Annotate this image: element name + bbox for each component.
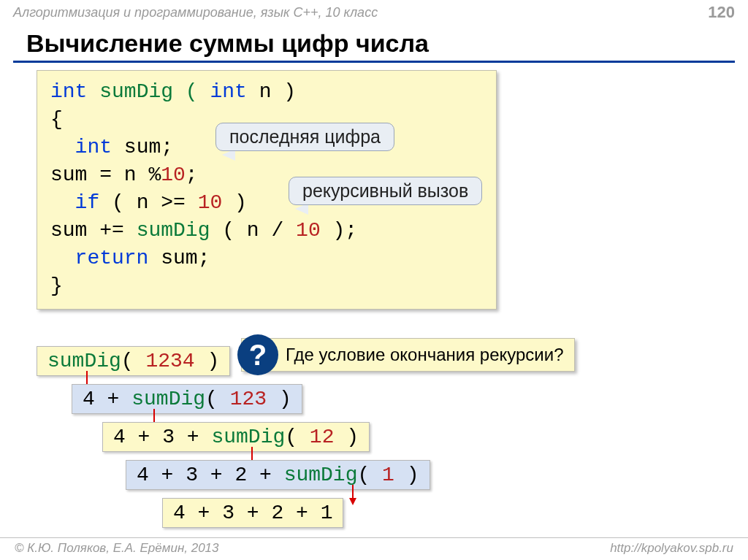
step-2: 4 + sumDig( 123 ) [72,384,302,414]
step-5: 4 + 3 + 2 + 1 [162,498,343,528]
copyright: © К.Ю. Поляков, Е.А. Ерёмин, 2013 [15,541,219,556]
title-underline [13,61,735,63]
step-4: 4 + 3 + 2 + sumDig( 1 ) [126,460,430,490]
slide-footer: © К.Ю. Поляков, Е.А. Ерёмин, 2013 http:/… [0,537,748,556]
slide-title: Вычисление суммы цифр числа [0,25,748,61]
footer-url: http://kpolyakov.spb.ru [610,541,733,556]
question-mark-icon: ? [237,334,278,375]
content-area: int sumDig ( int n ) { int sum; sum = n … [0,70,748,310]
arrow-icon [349,485,356,507]
question-text: Где условие окончания рекурсии? [286,345,564,365]
slide-header: Алгоритмизация и программирование, язык … [0,0,748,25]
course-label: Алгоритмизация и программирование, язык … [13,5,378,20]
question-row: ? Где условие окончания рекурсии? [241,338,575,372]
code-line: int sumDig ( int n ) [50,78,483,106]
code-line: return sum; [50,245,483,272]
step-3: 4 + 3 + sumDig( 12 ) [102,422,370,452]
callout-last-digit: последняя цифра [215,123,394,151]
callout-recursive: рекурсивный вызов [289,177,482,205]
code-line: } [50,272,483,300]
step-1: sumDig( 1234 ) [37,346,230,376]
page-number: 120 [708,3,735,22]
code-line: sum += sumDig ( n / 10 ); [50,217,483,245]
